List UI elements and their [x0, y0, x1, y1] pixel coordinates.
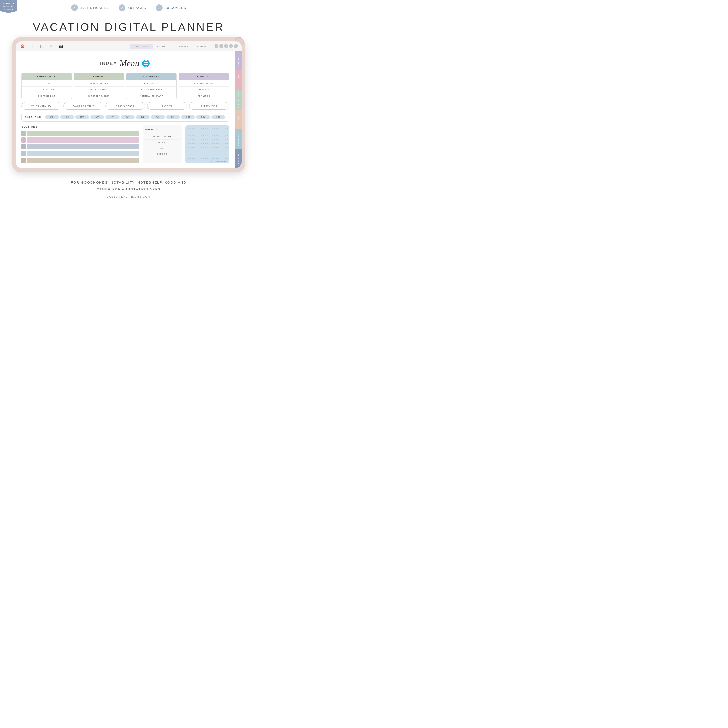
dot	[201, 139, 202, 140]
tablet-wrapper: 🏠 ♡ ▦ ✤ 📷 CHECKLISTS BUDGET ITINERARY BO…	[12, 37, 245, 172]
page-1[interactable]: 1	[214, 44, 219, 48]
dot	[212, 139, 213, 140]
footer-line2: OTHER PDF ANNOTATION APPS	[0, 186, 257, 193]
trip-overview-button[interactable]: TRIP OVERVIEW	[21, 102, 61, 110]
daily-item[interactable]: DAILY ITINERARY	[127, 80, 176, 87]
tab-booking[interactable]: BOOKING	[193, 44, 212, 49]
activities-item[interactable]: ACTIVITIES	[179, 93, 229, 99]
sidebar-safety-tips[interactable]: SAFETY TIPS	[235, 129, 242, 149]
bar-fill-5[interactable]	[27, 158, 139, 163]
transport-item[interactable]: TRANSPORT	[179, 87, 229, 93]
month-sep[interactable]: SEP	[166, 115, 180, 119]
shopping-item[interactable]: SHOPPING LIST	[21, 93, 72, 99]
places-to-visit-button[interactable]: PLACES TO VISIT	[63, 102, 103, 110]
graph-item[interactable]: GRAPH	[145, 139, 179, 145]
savings-item[interactable]: SAVINGS PLANNER	[74, 87, 124, 93]
dot	[194, 147, 195, 148]
dot	[197, 135, 197, 136]
month-dec[interactable]: DEC	[211, 115, 225, 119]
page-5[interactable]: 5	[234, 44, 238, 48]
month-mar[interactable]: MAR	[75, 115, 89, 119]
month-oct[interactable]: OCT	[181, 115, 195, 119]
page-4[interactable]: 4	[229, 44, 233, 48]
restaurants-button[interactable]: RESTAURANTS	[105, 102, 145, 110]
itinerary-header: ITINERARY	[127, 73, 176, 80]
sidebar-calendar[interactable]: CALENDAR	[235, 148, 242, 168]
bar-fill-4[interactable]	[27, 151, 139, 156]
dot	[201, 128, 202, 128]
sidebar-restaurants[interactable]: RESTAURANTS	[235, 90, 242, 110]
dot	[190, 132, 191, 133]
dot-grid-item[interactable]: DOT GRID	[145, 151, 179, 157]
settings-icon[interactable]: ✤	[49, 43, 54, 49]
dot	[214, 151, 215, 151]
tab-budget[interactable]: BUDGET	[153, 44, 171, 49]
dot	[192, 154, 193, 155]
tab-checklists[interactable]: CHECKLISTS	[130, 44, 153, 49]
dot	[225, 132, 226, 133]
dot	[219, 139, 219, 140]
dot	[216, 154, 217, 155]
dot	[227, 128, 228, 128]
weekly-item[interactable]: WEEKLY ITINERARY	[127, 87, 176, 93]
dot	[194, 128, 195, 128]
dot	[225, 135, 226, 136]
camera-icon[interactable]: 📷	[58, 43, 64, 49]
dot	[212, 154, 213, 155]
dot	[192, 158, 193, 159]
dot	[199, 147, 199, 148]
dot	[227, 132, 228, 133]
dot	[205, 135, 206, 136]
dot	[214, 147, 215, 148]
priority-matrix-item[interactable]: PRIORITY MATRIX	[145, 134, 179, 139]
dot	[199, 128, 199, 128]
home-icon[interactable]: 🏠	[20, 43, 25, 49]
dot	[225, 158, 226, 159]
todo-item[interactable]: TO DO LIST	[21, 80, 72, 87]
month-feb[interactable]: FEB	[60, 115, 74, 119]
accommodation-item[interactable]: ACCOMMODATION	[179, 80, 229, 87]
dot	[190, 143, 191, 144]
dot	[210, 143, 210, 144]
bar-fill-3[interactable]	[27, 144, 139, 150]
safety-tips-button[interactable]: SAFETY TIPS	[189, 102, 229, 110]
dot	[205, 151, 206, 151]
month-jun[interactable]: JUN	[121, 115, 135, 119]
calendar-icon[interactable]: ▦	[39, 43, 44, 49]
budget-header: BUDGET	[74, 73, 124, 80]
sidebar-outfits[interactable]: OUTFITS	[235, 110, 242, 129]
sidebar-overview[interactable]: OVERVIEW	[235, 51, 242, 70]
dot	[210, 135, 210, 136]
dot	[208, 132, 208, 133]
travel-budget-item[interactable]: TRAVEL BUDGET	[74, 80, 124, 87]
dot	[220, 147, 221, 148]
month-apr[interactable]: APR	[90, 115, 104, 119]
outfits-button[interactable]: OUTFITS	[147, 102, 187, 110]
checklists-header: CHECKLISTS	[21, 73, 72, 80]
month-jul[interactable]: JUL	[136, 115, 150, 119]
dot	[214, 139, 215, 140]
month-aug[interactable]: AUG	[151, 115, 165, 119]
bar-fill-2[interactable]	[27, 138, 139, 143]
dot	[220, 154, 221, 155]
heart-icon[interactable]: ♡	[29, 43, 34, 49]
dot	[203, 147, 204, 148]
dot	[223, 147, 223, 148]
monthly-item[interactable]: MONTHLY ITINERARY	[127, 93, 176, 99]
tab-itinerary[interactable]: ITINERARY	[171, 44, 193, 49]
expense-item[interactable]: EXPENSE TRACKER	[74, 93, 124, 99]
month-nov[interactable]: NOV	[196, 115, 210, 119]
month-may[interactable]: MAY	[105, 115, 119, 119]
bar-fill-1[interactable]	[27, 130, 139, 136]
dot	[188, 154, 188, 155]
month-jan[interactable]: JAN	[45, 115, 59, 119]
sidebar-to-visit[interactable]: TO VISIT	[235, 70, 242, 90]
check-icon-3: ✓	[156, 5, 162, 11]
lined-item[interactable]: LINED	[145, 145, 179, 151]
dot	[208, 154, 208, 155]
dot	[194, 151, 195, 151]
page-3[interactable]: 3	[224, 44, 228, 48]
packing-item[interactable]: PACKING LIST	[21, 87, 72, 93]
page-2[interactable]: 2	[219, 44, 223, 48]
section-bars	[21, 130, 139, 163]
